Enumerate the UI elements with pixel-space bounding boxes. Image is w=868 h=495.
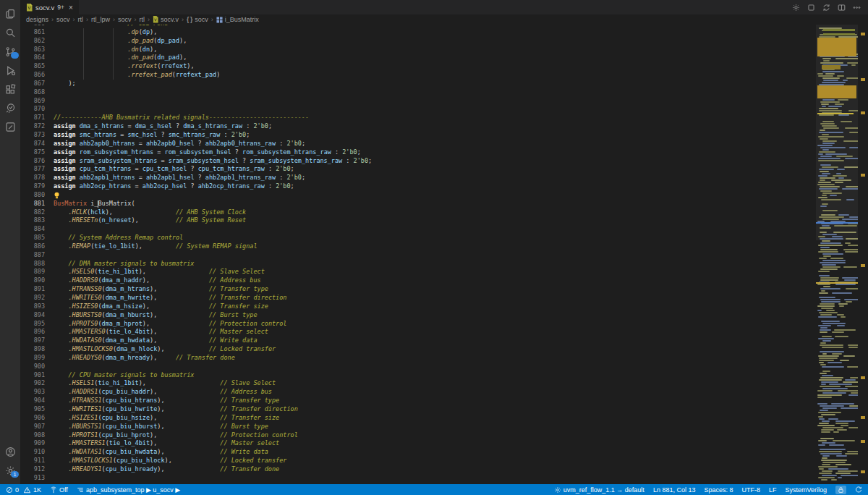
settings-gear-icon[interactable]: 1 — [0, 461, 20, 480]
testing-icon[interactable] — [0, 98, 20, 117]
lock-indicator[interactable] — [835, 486, 846, 494]
code-line-864[interactable]: 864 .dn_pad(dn_pad), — [20, 54, 816, 62]
breadcrumb-item-i_BusMatrix[interactable]: i_BusMatrix — [216, 16, 259, 23]
search-icon[interactable] — [0, 23, 20, 42]
code-line-871[interactable]: 871//-----------AHB Busmatrix related si… — [20, 114, 816, 122]
code-line-889[interactable]: 889 .HSELS0(tie_hi_1bit), // Slave Selec… — [20, 268, 816, 276]
code-line-869[interactable]: 869 — [20, 97, 816, 106]
split-editor-icon[interactable] — [838, 4, 846, 12]
breadcrumb-item-socv[interactable]: socv — [56, 16, 70, 23]
code-line-861[interactable]: 861 .dp(dp), — [20, 28, 816, 37]
code-line-906[interactable]: 906 .HSIZES1(cpu_biu_hsize), // Transfer… — [20, 414, 816, 423]
language-mode[interactable]: SystemVerilog — [785, 486, 827, 494]
eol-sequence[interactable]: LF — [769, 486, 777, 494]
code-line-901[interactable]: 901 // CPU master signals to busmatrix — [20, 371, 816, 380]
code-line-888[interactable]: 888 // DMA master signals to busmatrix — [20, 260, 816, 268]
code-line-902[interactable]: 902 .HSELS1(tie_hi_1bit), // Slave Selec… — [20, 379, 816, 388]
code-line-895[interactable]: 895 .HPROTS0(dma_m_hprot), // Protection… — [20, 320, 816, 329]
code-line-863[interactable]: 863 .dn(dn), — [20, 46, 816, 54]
code-line-867[interactable]: 867 ); — [20, 80, 816, 88]
net-status-label: Off — [59, 486, 68, 494]
code-line-893[interactable]: 893 .HSIZES0(dma_m_hsize), // Transfer s… — [20, 302, 816, 311]
minimap[interactable] — [816, 25, 858, 484]
code-line-910[interactable]: 910 .HWDATAS1(cpu_biu_hwdata), // Write … — [20, 448, 816, 457]
account-icon[interactable] — [0, 442, 20, 461]
breadcrumb-item-rtl[interactable]: rtl — [140, 16, 145, 23]
settings-sync-status[interactable]: uvm_ref_flow_1.1 → default — [554, 486, 644, 494]
encoding[interactable]: UTF-8 — [741, 486, 760, 494]
cursor-position[interactable]: Ln 881, Col 13 — [653, 486, 696, 494]
breadcrumb-item-designs[interactable]: designs — [26, 16, 48, 23]
code-line-892[interactable]: 892 .HWRITES0(dma_m_hwrite), // Transfer… — [20, 294, 816, 302]
code-line-899[interactable]: 899 .HREADYS0(dma_m_hready), // Transfer… — [20, 354, 816, 363]
code-line-913[interactable]: 913 — [20, 474, 816, 483]
hierarchy-path[interactable]: apb_subsystem_top ▶ u_socv ▶ — [77, 486, 180, 494]
code-line-877[interactable]: 877assign cpu_tcm_htrans = cpu_tcm_hsel … — [20, 165, 816, 174]
verilog-file-icon — [153, 16, 158, 23]
code-line-874[interactable]: 874assign ahb2apb0_htrans = ahb2apb0_hse… — [20, 140, 816, 148]
code-line-908[interactable]: 908 .HPROTS1(cpu_biu_hprot), // Protecti… — [20, 431, 816, 440]
more-actions-icon[interactable] — [853, 4, 861, 12]
code-line-865[interactable]: 865 .rrefext(rrefext), — [20, 62, 816, 71]
extensions-icon[interactable] — [0, 80, 20, 98]
run-debug-icon[interactable] — [0, 61, 20, 80]
code-line-886[interactable]: 886 .REMAP(tie_lo_1bit), // System REMAP… — [20, 242, 816, 251]
code-line-870[interactable]: 870 — [20, 105, 816, 114]
code-line-875[interactable]: 875assign rom_subsystem_htrans = rom_sub… — [20, 148, 816, 157]
line-number: 902 — [20, 379, 45, 388]
code-line-879[interactable]: 879assign ahb2ocp_htrans = ahb2ocp_hsel … — [20, 182, 816, 191]
code-line-891[interactable]: 891 .HTRANSS0(dma_m_htrans), // Transfer… — [20, 285, 816, 294]
square-icon[interactable] — [807, 4, 815, 12]
breadcrumb-item-socv[interactable]: socv — [118, 16, 132, 23]
code-line-866[interactable]: 866 .rrefext_pad(rrefext_pad) — [20, 71, 816, 80]
code-line-896[interactable]: 896 .HMASTERS0(tie_lo_4bit), // Master s… — [20, 328, 816, 337]
code-line-883[interactable]: 883 .HRESETn(n_hreset), // AHB System Re… — [20, 216, 816, 225]
refresh-indicator[interactable] — [855, 486, 862, 494]
code-line-884[interactable]: 884 — [20, 225, 816, 234]
explorer-icon[interactable] — [0, 4, 20, 23]
code-line-903[interactable]: 903 .HADDRS1(cpu_biu_haddr), // Address … — [20, 388, 816, 397]
code-line-882[interactable]: 882 .HCLK(hclk), // AHB System Clock — [20, 208, 816, 217]
error-count: 0 — [15, 486, 19, 494]
code-line-878[interactable]: 878assign ahb2apb1_htrans = ahb2apb1_hse… — [20, 174, 816, 182]
code-line-904[interactable]: 904 .HTRANSS1(cpu_biu_htrans), // Transf… — [20, 397, 816, 405]
notebook-icon[interactable] — [0, 117, 20, 136]
code-line-872[interactable]: 872assign dma_s_htrans = dma_s_hsel ? dm… — [20, 122, 816, 131]
code-line-909[interactable]: 909 .HMASTERS1(tie_lo_4bit), // Master s… — [20, 439, 816, 448]
code-line-881[interactable]: 881BusMatrix i_BusMatrix( — [20, 200, 816, 208]
code-line-907[interactable]: 907 .HBURSTS1(cpu_biu_hburst), // Burst … — [20, 423, 816, 431]
breadcrumb-item-socv[interactable]: { }socv — [187, 16, 208, 23]
code-line-876[interactable]: 876assign sram_subsystem_htrans = sram_s… — [20, 157, 816, 166]
problems-indicator[interactable]: 0 1K — [6, 486, 41, 494]
line-number: 897 — [20, 337, 45, 345]
code-line-897[interactable]: 897 .HWDATAS0(dma_m_hwdata), // Write da… — [20, 337, 816, 345]
breadcrumb-item-rtl[interactable]: rtl — [78, 16, 84, 23]
code-line-890[interactable]: 890 .HADDRS0(dma_m_haddr), // Address bu… — [20, 276, 816, 285]
line-number: 899 — [20, 354, 45, 363]
code-line-862[interactable]: 862 .dp_pad(dp_pad), — [20, 37, 816, 46]
overview-ruler[interactable] — [858, 25, 868, 484]
code-line-887[interactable]: 887 — [20, 251, 816, 260]
code-line-898[interactable]: 898 .HMASTLOCKS0(dma_m_hlock), // Locked… — [20, 345, 816, 354]
editor[interactable]: 860 // USB Pins861 .dp(dp),862 .dp_pad(d… — [20, 25, 868, 484]
code-line-912[interactable]: 912 .HREADYS1(cpu_biu_hready), // Transf… — [20, 465, 816, 474]
gear-icon[interactable] — [792, 4, 800, 12]
code-line-880[interactable]: 880 — [20, 191, 816, 200]
indentation[interactable]: Spaces: 8 — [704, 486, 733, 494]
tab-close-icon[interactable]: × — [69, 4, 73, 12]
code-line-900[interactable]: 900 — [20, 363, 816, 371]
source-control-icon[interactable] — [0, 42, 20, 61]
code-line-885[interactable]: 885 // System Address Remap control — [20, 234, 816, 242]
code-line-868[interactable]: 868 — [20, 88, 816, 97]
net-status[interactable]: Off — [50, 486, 68, 494]
code-lines[interactable]: 860 // USB Pins861 .dp(dp),862 .dp_pad(d… — [20, 25, 816, 483]
code-line-894[interactable]: 894 .HBURSTS0(dma_m_hburst), // Burst ty… — [20, 311, 816, 320]
code-line-911[interactable]: 911 .HMASTLOCKS1(cpu_biu_hlock), // Lock… — [20, 457, 816, 465]
code-line-873[interactable]: 873assign smc_htrans = smc_hsel ? smc_ht… — [20, 131, 816, 140]
verilog-file-icon — [26, 4, 33, 12]
sync-icon[interactable] — [822, 4, 830, 12]
tab-socv[interactable]: socv.v 9+ × — [20, 0, 79, 14]
breadcrumb-item-rtl_lpw[interactable]: rtl_lpw — [91, 16, 110, 23]
breadcrumb-item-socv.v[interactable]: socv.v — [153, 16, 179, 23]
code-line-905[interactable]: 905 .HWRITES1(cpu_biu_hwrite), // Transf… — [20, 405, 816, 414]
